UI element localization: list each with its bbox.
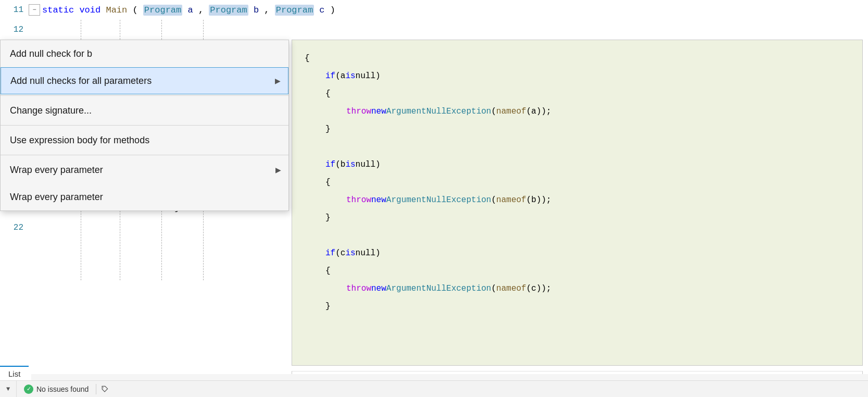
svg-point-0: [103, 387, 104, 388]
list-tab-label: List: [8, 369, 20, 378]
menu-separator-3: [1, 155, 288, 155]
collapse-icon[interactable]: −: [29, 4, 40, 16]
preview-line-if-c: if (c is null): [305, 244, 850, 262]
submenu-arrow-icon: ▶: [275, 77, 281, 85]
preview-line-throw-a: throw new ArgumentNullException ( nameof…: [305, 103, 850, 120]
preview-line-if-a: if (a is null): [305, 67, 850, 85]
preview-line-close-brace-b: }: [305, 209, 850, 227]
menu-item-wrap-every-parameter[interactable]: Wrap every parameter ▶: [1, 156, 288, 183]
line-number-11: 11: [0, 5, 29, 15]
editor-area: 11 − static void Main ( Program a , Prog…: [0, 0, 868, 397]
line-11-code: static void Main ( Program a , Program b…: [42, 5, 335, 15]
menu-separator-1: [1, 95, 288, 96]
preview-line-brace-c: {: [305, 262, 850, 280]
preview-line-if-b: if (b is null): [305, 156, 850, 173]
menu-item-unwrap-indent[interactable]: Wrap every parameter: [1, 183, 288, 210]
preview-line-empty-2: [305, 227, 850, 244]
status-no-issues: ✓ No issues found: [17, 384, 96, 394]
context-menu: Add null check for b Add null checks for…: [0, 40, 289, 211]
status-left: ▼ ✓ No issues found: [0, 381, 113, 397]
preview-line-throw-c: throw new ArgumentNullException ( nameof…: [305, 280, 850, 297]
menu-item-add-null-check-b[interactable]: Add null check for b: [1, 40, 288, 67]
check-icon: ✓: [24, 384, 33, 394]
preview-line-empty-1: [305, 138, 850, 156]
menu-item-use-expression-body[interactable]: Use expression body for methods: [1, 127, 288, 154]
submenu-arrow-icon-2: ▶: [275, 166, 281, 174]
list-tab[interactable]: List: [0, 366, 29, 380]
preview-line-brace-a: {: [305, 85, 850, 103]
no-issues-label: No issues found: [36, 385, 89, 393]
preview-panel: { if (a is null) { throw new ArgumentNul…: [292, 40, 863, 366]
horizontal-scrollbar[interactable]: [31, 374, 868, 380]
preview-line-open-brace: {: [305, 49, 850, 67]
menu-item-change-signature[interactable]: Change signature...: [1, 97, 288, 124]
menu-item-add-null-checks-all[interactable]: Add null checks for all parameters ▶: [1, 67, 288, 94]
status-bar: ▼ ✓ No issues found: [0, 380, 868, 397]
preview-line-close-brace-c: }: [305, 297, 850, 315]
preview-code-area: { if (a is null) { throw new ArgumentNul…: [292, 40, 862, 365]
preview-line-brace-b: {: [305, 173, 850, 191]
preview-line-close-brace-a: }: [305, 120, 850, 138]
preview-line-throw-b: throw new ArgumentNullException ( nameof…: [305, 191, 850, 209]
status-dropdown[interactable]: ▼: [0, 381, 17, 397]
tag-icon: [96, 381, 113, 397]
menu-separator-2: [1, 125, 288, 126]
